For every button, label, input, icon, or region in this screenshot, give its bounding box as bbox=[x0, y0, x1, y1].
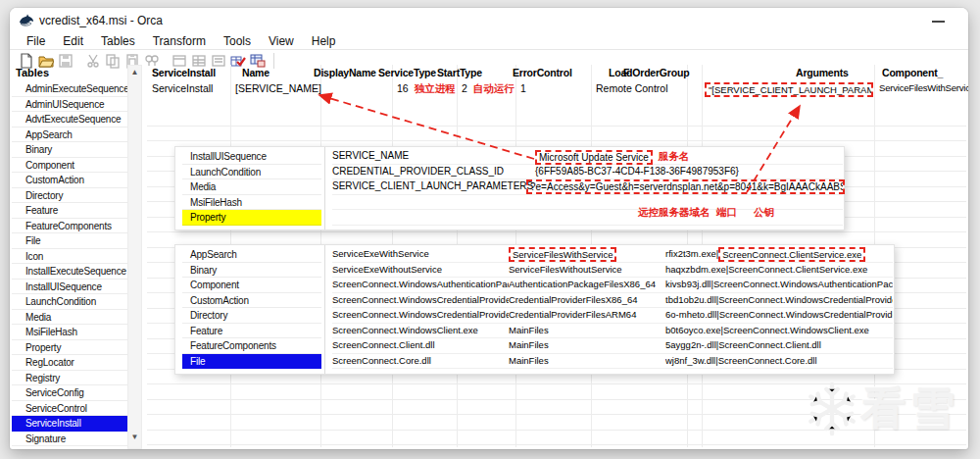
file-component: MainFiles bbox=[509, 338, 665, 353]
cell-start-type[interactable]: 2自动运行 bbox=[457, 80, 515, 96]
sidebar-table-item[interactable]: MsiFileHash bbox=[12, 325, 127, 340]
sidebar-table-item[interactable]: InstallExecuteSequence bbox=[12, 264, 127, 280]
scroll-down-icon[interactable]: ▼ bbox=[128, 431, 141, 444]
sidebar-table-item[interactable]: FeatureComponents bbox=[12, 219, 127, 234]
file-row[interactable]: ServiceExeWithService ServiceFilesWithSe… bbox=[332, 247, 893, 263]
sidebar-scrollbar[interactable]: ▲ ▼ bbox=[127, 65, 142, 449]
sidebar-table-item[interactable]: AdminExecuteSequence bbox=[12, 81, 127, 97]
sidebar-table-item[interactable]: RegLocator bbox=[12, 355, 127, 371]
file-filename: rfix2t3m.exe|ScreenConnect.ClientService… bbox=[665, 247, 893, 262]
panel-table-item[interactable]: Component bbox=[182, 278, 321, 293]
file-component: ServiceFilesWithService bbox=[509, 247, 665, 262]
property-name: SERVICE_NAME bbox=[332, 149, 535, 164]
tables-header: Tables bbox=[12, 65, 127, 81]
file-row[interactable]: ScreenConnect.WindowsCredentialProvider.… bbox=[332, 293, 893, 309]
value-annotation: 服务名 bbox=[659, 150, 690, 162]
sidebar-table-item[interactable]: AdminUISequence bbox=[12, 97, 127, 113]
menu-item[interactable]: Tools bbox=[215, 33, 260, 50]
panel-table-item[interactable]: AppSearch bbox=[182, 247, 321, 263]
cell-service-type[interactable]: 16独立进程 bbox=[392, 80, 457, 96]
cell-arguments[interactable]: "[SERVICE_CLIENT_LAUNCH_PARAMETERS]" bbox=[702, 80, 874, 96]
cell-service-install[interactable]: ServiceInstall bbox=[147, 80, 230, 96]
sidebar-table-item[interactable]: File bbox=[12, 233, 127, 249]
tables-list: AdminExecuteSequenceAdminUISequenceAdvtE… bbox=[12, 81, 127, 446]
file-row[interactable]: ServiceExeWithoutService ServiceFilesWit… bbox=[332, 263, 893, 279]
scroll-up-icon[interactable]: ▲ bbox=[128, 66, 141, 79]
column-header: ServiceType bbox=[373, 65, 432, 80]
sidebar-table-item[interactable]: Binary bbox=[12, 142, 127, 158]
sidebar-table-item[interactable]: Component bbox=[12, 158, 127, 174]
property-table-panel: InstallUISequenceLaunchConditionMediaMsi… bbox=[174, 146, 845, 230]
file-component: ServiceFilesWithoutService bbox=[509, 263, 665, 278]
property-row[interactable]: SERVICE_CLIENT_LAUNCH_PARAMETERS ?e=Acce… bbox=[332, 179, 843, 195]
sidebar-table-item[interactable]: Directory bbox=[12, 188, 127, 204]
menu-item[interactable]: Edit bbox=[54, 33, 92, 50]
file-key: ScreenConnect.Client.dll bbox=[332, 338, 509, 353]
file-component: CredentialProviderFilesARM64 bbox=[509, 308, 665, 323]
sidebar-table-item[interactable]: Feature bbox=[12, 203, 127, 219]
cell-error-control[interactable]: 1 bbox=[515, 80, 591, 96]
value-highlight-box: Microsoft Update Service bbox=[535, 150, 653, 165]
panel-table-item[interactable]: LaunchCondition bbox=[182, 165, 321, 180]
sidebar-table-item[interactable]: Registry bbox=[12, 371, 127, 386]
column-header: F bbox=[618, 65, 791, 80]
panel-table-item[interactable]: FeatureComponents bbox=[182, 338, 321, 354]
panel-table-item[interactable]: Binary bbox=[182, 263, 321, 279]
column-header: LoadOrderGroup bbox=[604, 65, 618, 80]
menu-item[interactable]: Transform bbox=[144, 33, 215, 50]
cell-dependencies[interactable] bbox=[687, 80, 702, 96]
file-filename: b0t6oyco.exe|ScreenConnect.WindowsClient… bbox=[665, 324, 893, 338]
service-type-annotation: 独立进程 bbox=[415, 82, 456, 94]
file-row[interactable]: ScreenConnect.WindowsClient.exe MainFile… bbox=[332, 324, 893, 339]
panel-table-item[interactable]: InstallUISequence bbox=[182, 149, 321, 165]
panel-table-item[interactable]: Media bbox=[182, 179, 321, 195]
sidebar-table-item[interactable]: Signature bbox=[12, 432, 127, 447]
column-header: Component_ bbox=[877, 65, 943, 80]
file-row[interactable]: ScreenConnect.WindowsCredentialProvider.… bbox=[332, 308, 893, 324]
cell-component[interactable]: ServiceFilesWithService bbox=[874, 80, 960, 96]
property-row[interactable]: CREDENTIAL_PROVIDER_CLASS_ID {6FF59A85-B… bbox=[332, 165, 843, 180]
sidebar-table-item[interactable]: AppSearch bbox=[12, 128, 127, 143]
menu-item[interactable]: Help bbox=[303, 33, 345, 50]
sidebar-table-item[interactable]: Property bbox=[12, 340, 127, 356]
sidebar-table-item[interactable]: ServiceControl bbox=[12, 401, 127, 417]
file-row[interactable]: ScreenConnect.WindowsAuthenticationPack.… bbox=[332, 278, 893, 293]
minimize-button[interactable] bbox=[932, 21, 945, 23]
property-name bbox=[332, 210, 535, 225]
menu-item[interactable]: View bbox=[260, 33, 303, 50]
panel-table-item[interactable]: File bbox=[182, 354, 321, 370]
pubkey-annotation: 公钥 bbox=[754, 206, 774, 220]
cell-load-order-group[interactable]: Remote Control bbox=[591, 80, 687, 96]
panel-table-item[interactable]: MsiFileHash bbox=[182, 195, 321, 211]
property-value: ?e=Access&y=Guest&h=serverdnsplan.net&p=… bbox=[535, 179, 845, 194]
cell-display-name[interactable] bbox=[320, 80, 392, 96]
panel-table-item[interactable]: Feature bbox=[182, 324, 321, 339]
file-rows: ServiceExeWithService ServiceFilesWithSe… bbox=[332, 247, 893, 369]
menu-item[interactable]: Tables bbox=[92, 33, 144, 50]
desktop: vcredist_x64.msi - Orca FileEditTablesTr… bbox=[0, 0, 980, 459]
cell-name[interactable]: [SERVICE_NAME] bbox=[230, 80, 320, 96]
file-key: ScreenConnect.WindowsClient.exe bbox=[332, 324, 509, 338]
file-key: ScreenConnect.Core.dll bbox=[332, 354, 509, 369]
sidebar-table-item[interactable]: CustomAction bbox=[12, 173, 127, 188]
file-key: ScreenConnect.WindowsAuthenticationPack.… bbox=[332, 278, 509, 292]
file-row[interactable]: ScreenConnect.Core.dll MainFiles wj8nf_3… bbox=[332, 354, 893, 370]
panel-table-item[interactable]: Property bbox=[182, 210, 321, 226]
file-key: ServiceExeWithoutService bbox=[332, 263, 509, 278]
sidebar-table-item[interactable]: Icon bbox=[12, 249, 127, 265]
sidebar-table-item[interactable]: Media bbox=[12, 310, 127, 326]
panel-table-item[interactable]: CustomAction bbox=[182, 293, 321, 309]
property-row[interactable]: SERVICE_NAME Microsoft Update Service服务名 bbox=[332, 149, 843, 165]
file-row[interactable]: ScreenConnect.Client.dll MainFiles 5aygg… bbox=[332, 338, 893, 354]
file-filename: wj8nf_3w.dll|ScreenConnect.Core.dll bbox=[665, 354, 893, 369]
sidebar-table-item[interactable]: InstallUISequence bbox=[12, 280, 127, 295]
column-header: ServiceInstall bbox=[147, 65, 237, 80]
sidebar-table-item[interactable]: LaunchCondition bbox=[12, 294, 127, 310]
sidebar-table-item[interactable]: ServiceInstall bbox=[12, 416, 127, 432]
sidebar-table-item[interactable]: ServiceConfig bbox=[12, 385, 127, 401]
panel-table-item[interactable]: Directory bbox=[182, 308, 321, 324]
sidebar-table-item[interactable]: AdvtExecuteSequence bbox=[12, 112, 127, 128]
file-component: MainFiles bbox=[509, 324, 665, 338]
menu-item[interactable]: File bbox=[18, 33, 54, 50]
file-panel-tables-list: AppSearchBinaryComponentCustomActionDire… bbox=[182, 247, 321, 369]
